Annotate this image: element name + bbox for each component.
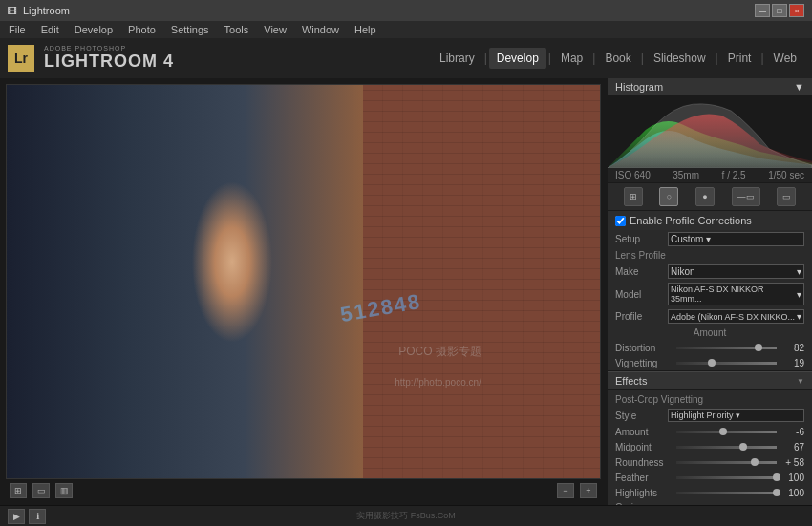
main-area: 512848 POCO 摄影专题 http://photo.poco.cn/ ⊞… (0, 78, 812, 505)
feather-slider[interactable] (676, 476, 777, 479)
adobe-text: ADOBE PHOTOSHOP (44, 45, 174, 52)
grid-view-button[interactable]: ⊞ (10, 483, 27, 498)
loupe-view-button[interactable]: ▭ (32, 483, 50, 498)
profile-dropdown-icon: ▾ (797, 311, 801, 322)
vignetting-slider[interactable] (676, 362, 777, 365)
roundness-value: + 58 (780, 457, 804, 468)
vignetting-thumb[interactable] (708, 359, 716, 367)
highlights-label: Highlights (615, 488, 673, 498)
highlights-row: Highlights 100 (608, 485, 812, 500)
effect-amount-row: Amount -6 (608, 424, 812, 439)
tab-develop[interactable]: Develop (489, 48, 546, 69)
style-row: Style Highlight Priority ▾ (608, 407, 812, 424)
bottom-bar: ▶ ℹ 实用摄影技巧 FsBus.CoM (0, 505, 812, 526)
zoom-in-button[interactable]: + (580, 483, 597, 498)
right-panel: Histogram ▼ (607, 78, 812, 505)
effects-section: Effects ▼ Post-Crop Vignetting Style Hig… (608, 371, 812, 505)
distortion-slider[interactable] (676, 347, 777, 349)
effect-amount-thumb[interactable] (719, 428, 727, 435)
filter-tool[interactable]: —▭ (732, 187, 760, 206)
menu-view[interactable]: View (261, 24, 289, 35)
feather-row: Feather 100 (608, 470, 812, 485)
effect-amount-slider[interactable] (676, 431, 777, 433)
vignetting-label: Vignetting (615, 358, 673, 368)
style-dropdown[interactable]: Highlight Priority ▾ (668, 409, 804, 422)
aperture-info: f / 2.5 (722, 170, 746, 180)
lens-correction-section: Enable Profile Corrections Setup Custom … (608, 211, 812, 371)
minimize-button[interactable]: — (755, 4, 770, 17)
model-label: Model (615, 289, 668, 300)
tab-library[interactable]: Library (432, 48, 482, 69)
close-button[interactable]: × (789, 4, 804, 17)
highlights-slider[interactable] (676, 492, 777, 494)
model-dropdown-icon: ▾ (797, 289, 801, 300)
roundness-slider[interactable] (676, 461, 777, 464)
roundness-label: Roundness (615, 457, 673, 468)
style-label: Style (615, 410, 668, 421)
histogram-info: ISO 640 35mm f / 2.5 1/50 sec (608, 168, 812, 183)
compare-view-button[interactable]: ▥ (55, 483, 73, 498)
effects-expand-icon: ▼ (797, 377, 804, 386)
profile-dropdown[interactable]: Adobe (Nikon AF-S DX NIKKO... ▾ (668, 309, 804, 324)
enable-profile-row[interactable]: Enable Profile Corrections (608, 211, 812, 230)
menu-help[interactable]: Help (352, 24, 379, 35)
slideshow-button[interactable]: ▶ (8, 509, 25, 524)
menu-settings[interactable]: Settings (168, 24, 212, 35)
photo-background: 512848 POCO 摄影专题 http://photo.poco.cn/ (7, 85, 600, 478)
make-label: Make (615, 266, 668, 277)
tab-slideshow[interactable]: Slideshow (646, 48, 714, 69)
histogram-expand-icon: ▼ (794, 81, 804, 93)
midpoint-value: 67 (780, 442, 804, 452)
adjustment-tool[interactable]: ▭ (777, 187, 796, 206)
roundness-thumb[interactable] (751, 458, 759, 466)
nav-tabs: Library | Develop | Map | Book | Slidesh… (432, 48, 804, 69)
focal-info: 35mm (673, 170, 699, 180)
tab-map[interactable]: Map (553, 48, 590, 69)
feather-thumb[interactable] (773, 473, 780, 481)
lr-logo: Lr (8, 45, 34, 72)
highlights-thumb[interactable] (773, 489, 780, 496)
menu-window[interactable]: Window (299, 24, 342, 35)
effect-amount-value: -6 (780, 427, 804, 437)
lr-brand: ADOBE PHOTOSHOP LIGHTROOM 4 (44, 45, 174, 72)
enable-profile-checkbox[interactable] (615, 216, 626, 226)
title-bar: 🎞 Lightroom — □ × (0, 0, 812, 21)
redeye-tool[interactable]: ● (695, 187, 715, 206)
midpoint-slider[interactable] (676, 446, 777, 449)
menu-photo[interactable]: Photo (125, 24, 159, 35)
tab-book[interactable]: Book (597, 48, 638, 69)
roundness-row: Roundness + 58 (608, 454, 812, 470)
distortion-label: Distortion (615, 343, 673, 353)
feather-value: 100 (780, 473, 804, 483)
setup-dropdown[interactable]: Custom ▾ (668, 232, 804, 246)
tab-web[interactable]: Web (766, 48, 804, 69)
zoom-out-button[interactable]: − (557, 483, 574, 498)
vignetting-value: 19 (780, 358, 804, 368)
midpoint-thumb[interactable] (739, 443, 747, 451)
effects-header[interactable]: Effects ▼ (608, 371, 812, 390)
model-dropdown[interactable]: Nikon AF-S DX NIKKOR 35mm... ▾ (668, 283, 804, 305)
model-row: Model Nikon AF-S DX NIKKOR 35mm... ▾ (608, 281, 812, 307)
effects-title: Effects (615, 375, 647, 387)
app-icon: 🎞 (8, 6, 17, 16)
distortion-thumb[interactable] (755, 344, 762, 351)
enable-profile-label: Enable Profile Corrections (630, 215, 752, 226)
histogram-header[interactable]: Histogram ▼ (608, 78, 812, 96)
menu-edit[interactable]: Edit (38, 24, 62, 35)
window-controls[interactable]: — □ × (755, 4, 804, 17)
make-dropdown-icon: ▾ (797, 266, 801, 277)
crop-tool[interactable]: ⊞ (624, 187, 643, 206)
menu-develop[interactable]: Develop (72, 24, 116, 35)
tab-print[interactable]: Print (720, 48, 759, 69)
info-button[interactable]: ℹ (29, 509, 46, 524)
make-dropdown[interactable]: Nikon ▾ (668, 264, 804, 279)
distortion-row: Distortion 82 (608, 340, 812, 355)
profile-label: Profile (615, 311, 668, 322)
menu-tools[interactable]: Tools (222, 24, 252, 35)
watermark-url: http://photo.poco.cn/ (395, 377, 481, 388)
heal-tool[interactable]: ○ (659, 187, 678, 206)
menu-file[interactable]: File (6, 24, 29, 35)
lens-profile-sublabel: Lens Profile (608, 248, 812, 263)
photo-container[interactable]: 512848 POCO 摄影专题 http://photo.poco.cn/ (6, 84, 601, 479)
maximize-button[interactable]: □ (772, 4, 787, 17)
